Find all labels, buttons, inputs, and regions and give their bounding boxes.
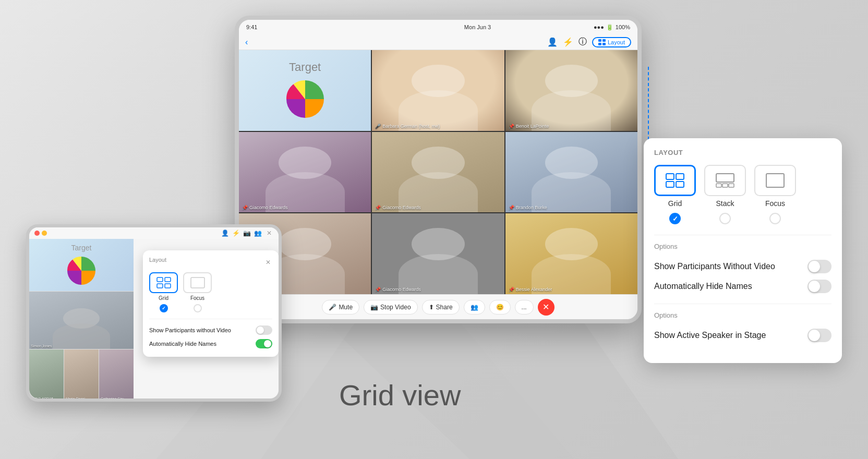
grid-check-icon xyxy=(669,213,681,224)
focus-option-label: Focus xyxy=(765,199,785,208)
layout-options: Grid Stack Focus xyxy=(654,165,831,224)
svg-rect-4 xyxy=(602,39,606,42)
focus-option-icon xyxy=(754,165,796,196)
options-label-1: Options xyxy=(654,243,831,250)
video-cell-giacomo1: 📌 Giacomo Edwards xyxy=(239,132,371,213)
cell-label-giacomo3: 📌 Giacomo Edwards xyxy=(375,287,421,292)
svg-rect-19 xyxy=(165,284,171,288)
small-cell-catherine: Catherine Siru xyxy=(99,349,134,398)
close-dot[interactable] xyxy=(34,231,40,236)
minimize-dot[interactable] xyxy=(42,231,47,236)
options-section-2: Options Show Active Speaker in Stage xyxy=(654,304,831,345)
small-layout-options: Grid Focus xyxy=(149,272,272,312)
layout-panel-title: Layout xyxy=(654,149,831,156)
option-row-active-speaker: Show Active Speaker in Stage xyxy=(654,325,831,345)
small-grid-label: Grid xyxy=(159,295,168,301)
small-grid-layout-icon xyxy=(156,277,171,288)
ipad-large: 9:41 Mon Jun 3 ●●● 🔋 100% ‹ 👤 ⚡ ⓘ xyxy=(235,16,642,323)
end-call-button[interactable]: ✕ xyxy=(538,299,554,316)
small-label-simon: Simon Jones xyxy=(31,344,52,348)
svg-rect-15 xyxy=(766,174,784,187)
small-profile-icon: 👤 xyxy=(221,230,229,237)
share-button[interactable]: ⬆ Share xyxy=(422,300,460,315)
mute-button[interactable]: 🎤 Mute xyxy=(322,300,359,315)
small-close-button[interactable]: ✕ xyxy=(264,258,272,267)
small-hide-names-toggle[interactable] xyxy=(256,339,272,348)
participants-button[interactable]: 👥 xyxy=(464,300,485,315)
video-cell-target: Target xyxy=(239,50,371,131)
video-cell-brandon: 📌 Brandon Burke xyxy=(505,132,637,213)
participants-icon: 👥 xyxy=(471,304,478,311)
svg-rect-7 xyxy=(666,174,674,179)
svg-rect-10 xyxy=(676,182,684,187)
small-content: Target Simon Jones xyxy=(29,239,279,398)
stop-video-button[interactable]: 📷 Stop Video xyxy=(364,300,418,315)
svg-rect-18 xyxy=(157,284,163,288)
more-button[interactable]: ... xyxy=(515,300,534,315)
svg-rect-8 xyxy=(676,174,684,179)
small-focus-option[interactable]: Focus xyxy=(183,272,212,312)
small-show-participants-label: Show Participants without Video xyxy=(149,327,231,333)
info-icon: ⓘ xyxy=(578,37,587,47)
video-icon: 📷 xyxy=(370,304,378,311)
small-grid-icon xyxy=(149,272,178,293)
small-focus-radio xyxy=(194,304,202,312)
grid-option-label: Grid xyxy=(668,199,682,208)
stop-video-label: Stop Video xyxy=(380,304,411,311)
show-participants-toggle[interactable] xyxy=(807,260,831,273)
stack-option-icon xyxy=(704,165,746,196)
layout-button[interactable]: Layout xyxy=(592,37,631,47)
profile-icon: 👤 xyxy=(547,37,558,47)
svg-rect-13 xyxy=(722,184,728,187)
layout-option-grid[interactable]: Grid xyxy=(654,165,696,224)
svg-rect-14 xyxy=(729,184,734,187)
layout-option-stack[interactable]: Stack xyxy=(704,165,746,224)
video-cell-benoit: 📌 Benoit LaPointe xyxy=(505,50,637,131)
cell-label-giacomo2: 📌 Giacomo Edwards xyxy=(375,205,421,210)
stack-option-label: Stack xyxy=(716,199,734,208)
meeting-toolbar: 🎤 Mute 📷 Stop Video ⬆ Share 👥 😊 ... ✕ xyxy=(239,294,637,319)
reactions-button[interactable]: 😊 xyxy=(489,300,511,315)
cell-label-benoit: 📌 Benoit LaPointe xyxy=(509,124,549,129)
small-label-maria: Maria Rossi xyxy=(66,397,85,398)
end-call-icon: ✕ xyxy=(542,302,549,312)
back-button[interactable]: ‹ xyxy=(245,38,248,47)
svg-rect-6 xyxy=(602,43,606,45)
small-show-participants-row: Show Participants without Video xyxy=(149,323,272,337)
stack-layout-icon xyxy=(716,173,734,188)
small-focus-icon xyxy=(183,272,212,293)
active-speaker-toggle[interactable] xyxy=(807,329,831,342)
option-row-hide-names: Automatically Hide Names xyxy=(654,276,831,296)
svg-rect-3 xyxy=(598,39,601,42)
layout-panel-large: Layout Grid xyxy=(644,138,842,363)
small-target-label: Target xyxy=(71,244,92,252)
small-video-bottom: SHN7-APR15 Maria Rossi Catherine Siru xyxy=(29,349,134,398)
more-icon: ... xyxy=(522,304,527,311)
svg-rect-11 xyxy=(716,174,734,182)
small-cell-maria: Maria Rossi xyxy=(64,349,99,398)
svg-rect-20 xyxy=(191,277,204,288)
cell-label-giacomo1: 📌 Giacomo Edwards xyxy=(242,205,288,210)
svg-rect-16 xyxy=(157,277,163,282)
cell-label-bessie: 📌 Bessie Alexander xyxy=(509,287,552,292)
small-layout-popup: Layout ✕ xyxy=(143,250,279,357)
small-show-participants-toggle[interactable] xyxy=(256,325,272,335)
hide-names-toggle[interactable] xyxy=(807,280,831,293)
close-button[interactable]: ✕ xyxy=(265,229,273,237)
video-cell-giacomo3: 📌 Giacomo Edwards xyxy=(372,213,504,294)
small-label-shn7: SHN7-APR15 xyxy=(31,397,53,398)
svg-rect-9 xyxy=(666,182,674,187)
small-bluetooth-icon: ⚡ xyxy=(232,230,240,237)
mic-icon: 🎤 xyxy=(329,304,336,311)
pie-chart xyxy=(284,78,326,120)
small-participants-icon: 👥 xyxy=(254,230,262,237)
mute-label: Mute xyxy=(339,304,353,311)
small-cell-simon: Simon Jones xyxy=(29,292,134,349)
target-label: Target xyxy=(289,61,321,74)
layout-option-focus[interactable]: Focus xyxy=(754,165,796,224)
small-grid-option[interactable]: Grid xyxy=(149,272,178,312)
small-video-area: Target Simon Jones xyxy=(29,239,134,398)
video-cell-bessie: 📌 Bessie Alexander xyxy=(505,213,637,294)
emoji-icon: 😊 xyxy=(496,304,504,311)
video-cell-barbara: 🎤 Barbara German (host, me) xyxy=(372,50,504,131)
